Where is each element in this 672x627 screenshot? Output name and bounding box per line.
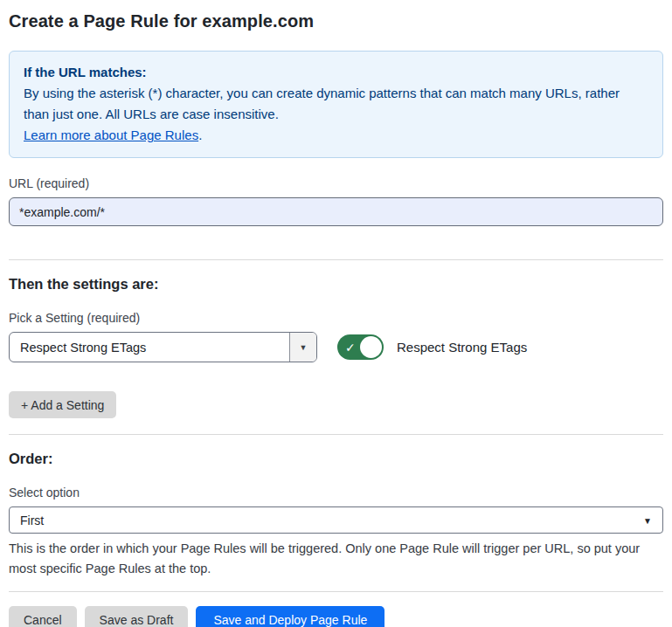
check-icon: ✓ [345, 340, 356, 354]
info-box-heading: If the URL matches: [24, 62, 648, 83]
info-box-link-line: Learn more about Page Rules. [24, 125, 648, 146]
divider [9, 591, 663, 592]
setting-dropdown-arrow-button[interactable]: ▼ [289, 333, 316, 362]
order-select[interactable]: First ▼ [9, 506, 663, 534]
link-period: . [198, 127, 202, 142]
add-setting-button[interactable]: + Add a Setting [9, 391, 116, 418]
footer-button-row: Cancel Save as Draft Save and Deploy Pag… [9, 606, 663, 627]
cancel-button[interactable]: Cancel [9, 606, 77, 627]
divider [9, 259, 663, 260]
settings-section-heading: Then the settings are: [9, 276, 663, 293]
toggle-knob [360, 336, 382, 358]
chevron-down-icon: ▼ [300, 343, 308, 352]
setting-dropdown-value: Respect Strong ETags [10, 333, 289, 362]
setting-toggle[interactable]: ✓ [337, 334, 384, 360]
setting-dropdown[interactable]: Respect Strong ETags ▼ [9, 332, 317, 362]
setting-row: Respect Strong ETags ▼ ✓ Respect Strong … [9, 332, 663, 362]
save-as-draft-button[interactable]: Save as Draft [85, 606, 189, 627]
order-select-label: Select option [9, 486, 663, 500]
url-match-info-box: If the URL matches: By using the asteris… [9, 51, 663, 158]
pick-setting-label: Pick a Setting (required) [9, 311, 663, 325]
save-and-deploy-button[interactable]: Save and Deploy Page Rule [196, 606, 384, 627]
url-field-label: URL (required) [9, 176, 663, 190]
info-box-body: By using the asterisk (*) character, you… [24, 83, 648, 125]
page-title: Create a Page Rule for example.com [9, 11, 663, 31]
learn-more-link[interactable]: Learn more about Page Rules [24, 127, 198, 142]
order-select-value: First [20, 513, 44, 527]
url-input[interactable] [9, 197, 663, 226]
order-section-heading: Order: [9, 451, 663, 467]
divider [9, 434, 663, 435]
order-helper-text: This is the order in which your Page Rul… [9, 539, 663, 579]
toggle-label: Respect Strong ETags [397, 340, 527, 355]
caret-down-icon: ▼ [643, 515, 652, 525]
